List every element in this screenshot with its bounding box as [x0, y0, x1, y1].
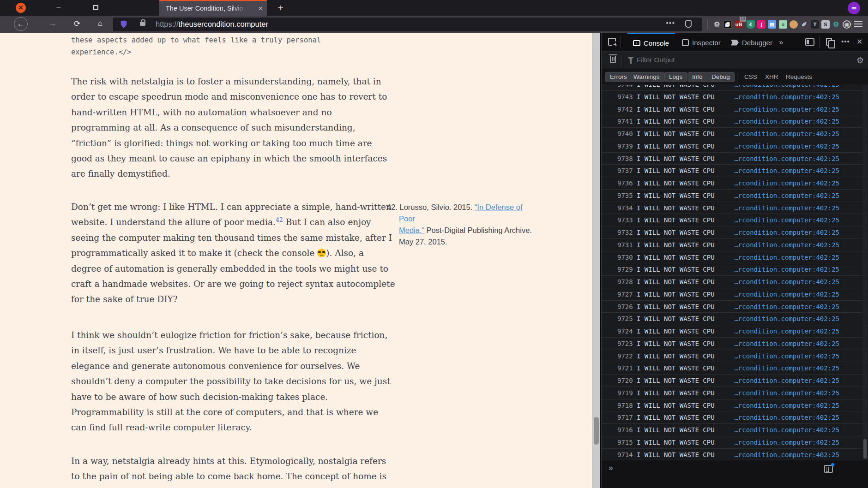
split-console-icon[interactable]: [824, 465, 833, 473]
log-source-link[interactable]: …rcondition.computer:402:25: [734, 128, 839, 140]
log-source-link[interactable]: …rcondition.computer:402:25: [734, 165, 839, 177]
pick-element-icon[interactable]: [608, 38, 616, 46]
extension-trash-icon[interactable]: 🗐: [723, 20, 732, 29]
log-source-link[interactable]: …rcondition.computer:402:25: [734, 177, 839, 189]
page-scrollbar[interactable]: [592, 33, 600, 488]
page-actions-icon[interactable]: •••: [666, 19, 675, 27]
reload-button[interactable]: ⟳: [74, 19, 80, 29]
extension-ublock-icon[interactable]: uB13: [735, 20, 743, 29]
extension-avatar-icon[interactable]: [790, 20, 798, 29]
log-source-link[interactable]: …rcondition.computer:402:25: [734, 362, 839, 374]
log-source-link[interactable]: …rcondition.computer:402:25: [734, 103, 839, 115]
footnote-ref-link[interactable]: 42: [276, 216, 283, 223]
log-source-link[interactable]: …rcondition.computer:402:25: [734, 399, 839, 411]
lock-icon[interactable]: [140, 22, 145, 26]
console-scrollbar[interactable]: [862, 85, 868, 460]
log-source-link[interactable]: …rcondition.computer:402:25: [734, 301, 839, 313]
log-repeat-number: 9732: [617, 226, 633, 238]
log-source-link[interactable]: …rcondition.computer:402:25: [734, 375, 839, 387]
tab-console[interactable]: › Console: [627, 33, 675, 52]
log-source-link[interactable]: …rcondition.computer:402:25: [734, 153, 839, 165]
log-source-link[interactable]: …rcondition.computer:402:25: [734, 115, 839, 127]
extension-pink-icon[interactable]: ʃ: [757, 20, 766, 29]
log-source-link[interactable]: …rcondition.computer:402:25: [734, 276, 839, 288]
log-source-link[interactable]: …rcondition.computer:402:25: [734, 91, 839, 103]
log-source-link[interactable]: …rcondition.computer:402:25: [734, 85, 839, 90]
window-close-button[interactable]: ✕: [16, 3, 26, 13]
log-source-link[interactable]: …rcondition.computer:402:25: [734, 424, 839, 436]
clear-console-icon[interactable]: [610, 56, 616, 63]
back-button[interactable]: ←: [14, 17, 28, 31]
log-source-link[interactable]: …rcondition.computer:402:25: [734, 251, 839, 263]
extension-gear-icon[interactable]: ⚙: [713, 20, 721, 29]
extension-account-icon[interactable]: ◉: [843, 20, 851, 29]
log-repeat-number: 9740: [617, 128, 633, 140]
log-repeat-number: 9715: [617, 436, 633, 448]
extension-t-icon[interactable]: T: [811, 20, 819, 29]
filter-debug-button[interactable]: Debug: [707, 72, 735, 82]
log-source-link[interactable]: …rcondition.computer:402:25: [734, 214, 839, 226]
log-source-link[interactable]: …rcondition.computer:402:25: [734, 263, 839, 275]
console-input-row[interactable]: »: [602, 460, 868, 488]
page-scrollbar-thumb[interactable]: [594, 417, 599, 445]
filter-warnings-button[interactable]: Warnings: [629, 72, 664, 82]
extension-teal-gear-icon[interactable]: ⚙: [832, 20, 840, 29]
console-scrollbar-thumb[interactable]: [863, 439, 867, 458]
log-source-link[interactable]: …rcondition.computer:402:25: [734, 411, 839, 423]
extension-document-icon[interactable]: ▤: [768, 20, 776, 29]
console-log-row: 9732 I WILL NOT WASTE CPU …rcondition.co…: [602, 226, 868, 239]
filter-errors-button[interactable]: Errors: [605, 72, 632, 82]
browser-tab[interactable]: The User Condition, Silvio L ✕: [159, 0, 267, 16]
dock-layout-icon[interactable]: [805, 38, 814, 46]
console-log-row: 9731 I WILL NOT WASTE CPU …rcondition.co…: [602, 239, 868, 251]
console-log-row: 9722 I WILL NOT WASTE CPU …rcondition.co…: [602, 350, 868, 363]
responsive-design-icon[interactable]: [826, 38, 832, 46]
log-source-link[interactable]: …rcondition.computer:402:25: [734, 449, 839, 460]
forward-button[interactable]: →: [49, 19, 57, 28]
tracking-protection-shield-icon[interactable]: [121, 20, 127, 28]
log-source-link[interactable]: …rcondition.computer:402:25: [734, 313, 839, 325]
devtools-close-icon[interactable]: ✕: [856, 37, 862, 46]
pocket-icon[interactable]: [685, 20, 692, 28]
log-source-link[interactable]: …rcondition.computer:402:25: [734, 202, 839, 214]
filter-output-input[interactable]: Filter Output: [637, 56, 675, 64]
console-settings-gear-icon[interactable]: ⚙: [856, 55, 864, 65]
new-tab-button[interactable]: +: [275, 2, 286, 13]
log-source-link[interactable]: …rcondition.computer:402:25: [734, 190, 839, 202]
log-source-link[interactable]: …rcondition.computer:402:25: [734, 338, 839, 350]
menu-hamburger-icon[interactable]: [854, 21, 862, 27]
console-filter-buttons: Errors Warnings Logs Info Debug CSS XHR …: [602, 70, 868, 84]
log-source-link[interactable]: …rcondition.computer:402:25: [734, 325, 839, 337]
console-output[interactable]: 9744 I WILL NOT WASTE CPU …rcondition.co…: [602, 85, 868, 460]
log-source-link[interactable]: …rcondition.computer:402:25: [734, 288, 839, 300]
filter-css-button[interactable]: CSS: [744, 73, 757, 80]
log-source-link[interactable]: …rcondition.computer:402:25: [734, 226, 839, 238]
tab-close-icon[interactable]: ✕: [258, 5, 263, 12]
tab-debugger[interactable]: Debugger: [727, 33, 777, 52]
extension-pound-shield-icon[interactable]: £: [747, 20, 755, 29]
log-message: I WILL NOT WASTE CPU: [637, 165, 715, 177]
console-log-row: 9736 I WILL NOT WASTE CPU …rcondition.co…: [602, 177, 868, 190]
log-source-link[interactable]: …rcondition.computer:402:25: [734, 239, 839, 251]
log-repeat-number: 9719: [617, 387, 633, 399]
more-tabs-chevron[interactable]: »: [779, 38, 783, 47]
log-source-link[interactable]: …rcondition.computer:402:25: [734, 436, 839, 448]
extension-s-icon[interactable]: S: [821, 20, 830, 29]
url-text: https://theusercondition.computer: [156, 20, 268, 29]
window-maximize-button[interactable]: [90, 3, 101, 13]
extension-pen-icon[interactable]: ✐: [800, 20, 808, 29]
tab-inspector[interactable]: Inspector: [677, 33, 725, 52]
window-minimize-button[interactable]: –: [54, 3, 64, 13]
filter-xhr-button[interactable]: XHR: [765, 73, 778, 80]
filter-requests-button[interactable]: Requests: [786, 73, 812, 80]
log-repeat-number: 9724: [617, 325, 633, 337]
extension-notepad-icon[interactable]: ≡: [779, 20, 787, 29]
log-source-link[interactable]: …rcondition.computer:402:25: [734, 387, 839, 399]
devtools-menu-icon[interactable]: •••: [841, 37, 850, 45]
filter-logs-button[interactable]: Logs: [664, 72, 687, 82]
log-source-link[interactable]: …rcondition.computer:402:25: [734, 140, 839, 152]
url-bar[interactable]: https://theusercondition.computer •••: [113, 18, 702, 31]
log-source-link[interactable]: …rcondition.computer:402:25: [734, 350, 839, 362]
filter-info-button[interactable]: Info: [687, 72, 707, 82]
home-button[interactable]: ⌂: [98, 19, 102, 28]
